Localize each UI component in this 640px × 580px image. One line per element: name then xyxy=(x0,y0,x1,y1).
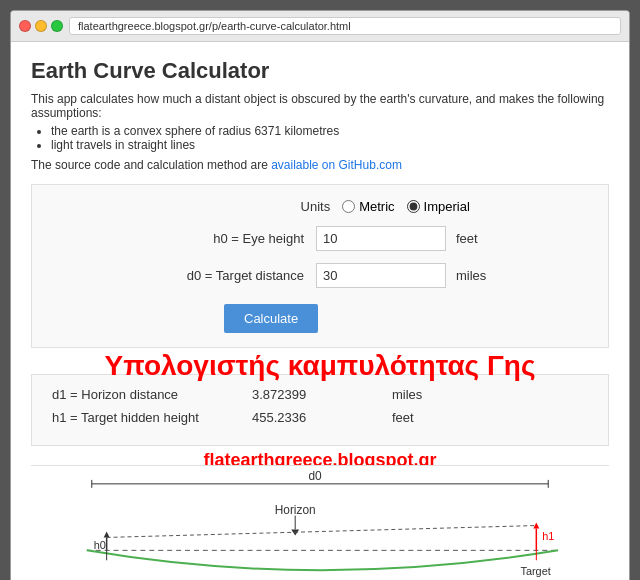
metric-label: Metric xyxy=(359,199,394,214)
h0-input[interactable] xyxy=(316,226,446,251)
calculate-button[interactable]: Calculate xyxy=(224,304,318,333)
d0-label: d0 = Target distance xyxy=(144,268,304,283)
form-section: Units Metric Imperial h0 = Eye height fe… xyxy=(31,184,609,348)
source-line: The source code and calculation method a… xyxy=(31,158,609,172)
address-bar[interactable]: flatearthgreece.blogspot.gr/p/earth-curv… xyxy=(69,17,621,35)
metric-option[interactable]: Metric xyxy=(342,199,394,214)
d1-value: 3.872399 xyxy=(252,387,352,402)
d0-input[interactable] xyxy=(316,263,446,288)
d1-row: d1 = Horizon distance 3.872399 miles xyxy=(52,387,588,402)
units-label: Units xyxy=(170,199,330,214)
browser-buttons xyxy=(19,20,63,32)
diagram-svg: d0 Horizon h0 h1 Target xyxy=(31,466,609,580)
close-button[interactable] xyxy=(19,20,31,32)
imperial-radio[interactable] xyxy=(407,200,420,213)
source-text: The source code and calculation method a… xyxy=(31,158,271,172)
description: This app calculates how much a distant o… xyxy=(31,92,609,120)
target-distance-row: d0 = Target distance miles xyxy=(52,263,588,288)
maximize-button[interactable] xyxy=(51,20,63,32)
imperial-option[interactable]: Imperial xyxy=(407,199,470,214)
browser-toolbar: flatearthgreece.blogspot.gr/p/earth-curv… xyxy=(11,11,629,42)
browser-window: flatearthgreece.blogspot.gr/p/earth-curv… xyxy=(10,10,630,580)
github-link[interactable]: available on GitHub.com xyxy=(271,158,402,172)
units-radio-group: Metric Imperial xyxy=(342,199,470,214)
h0-label: h0 = Eye height xyxy=(144,231,304,246)
d1-label: d1 = Horizon distance xyxy=(52,387,232,402)
d0-unit: miles xyxy=(456,268,496,283)
metric-radio[interactable] xyxy=(342,200,355,213)
h0-arrowhead xyxy=(104,531,110,537)
sight-line xyxy=(107,526,537,538)
units-row: Units Metric Imperial xyxy=(52,199,588,214)
assumption-2: light travels in straight lines xyxy=(51,138,609,152)
h0-diagram-label: h0 xyxy=(94,539,106,551)
h1-row: h1 = Target hidden height 455.2336 feet xyxy=(52,410,588,425)
minimize-button[interactable] xyxy=(35,20,47,32)
h1-arrowhead xyxy=(533,523,539,529)
d0-diagram-label: d0 xyxy=(308,469,322,483)
diagram-area: d0 Horizon h0 h1 Target xyxy=(31,465,609,580)
target-label: Target xyxy=(520,565,550,577)
h1-label: h1 = Target hidden height xyxy=(52,410,232,425)
d1-unit: miles xyxy=(392,387,422,402)
h1-value: 455.2336 xyxy=(252,410,352,425)
results-section: d1 = Horizon distance 3.872399 miles h1 … xyxy=(31,374,609,446)
imperial-label: Imperial xyxy=(424,199,470,214)
page-title: Earth Curve Calculator xyxy=(31,58,609,84)
earth-curve xyxy=(87,550,558,570)
assumption-1: the earth is a convex sphere of radius 6… xyxy=(51,124,609,138)
assumptions-list: the earth is a convex sphere of radius 6… xyxy=(51,124,609,152)
eye-height-row: h0 = Eye height feet xyxy=(52,226,588,251)
h1-unit: feet xyxy=(392,410,414,425)
h0-unit: feet xyxy=(456,231,496,246)
page-content: Earth Curve Calculator This app calculat… xyxy=(11,42,629,580)
horizon-label: Horizon xyxy=(275,503,316,517)
h1-diagram-label: h1 xyxy=(542,530,554,542)
